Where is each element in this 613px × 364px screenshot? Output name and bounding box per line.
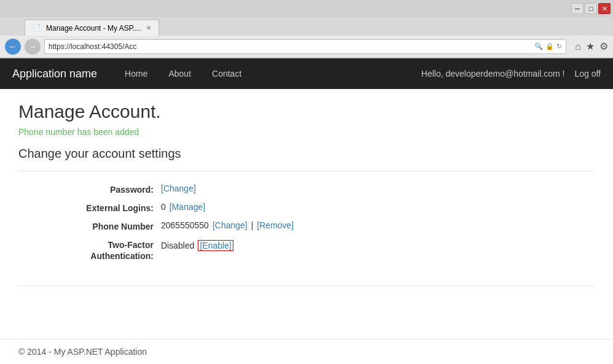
external-logins-row: External Logins: 0 [Manage] — [55, 202, 595, 213]
password-row: Password: [Change] — [55, 184, 595, 195]
address-icons: 🔍 🔒 ↻ — [534, 42, 562, 50]
two-factor-label: Two-Factor — [55, 239, 154, 250]
external-logins-label: External Logins: — [55, 202, 154, 213]
logoff-link[interactable]: Log off — [574, 69, 601, 79]
password-label: Password: — [55, 184, 154, 195]
nav-contact[interactable]: Contact — [203, 64, 251, 83]
settings-icon[interactable]: ⚙ — [599, 41, 608, 52]
app-brand[interactable]: Application name — [12, 68, 97, 80]
footer-text: © 2014 - My ASP.NET Application — [18, 347, 147, 357]
app-navbar: Application name Home About Contact Hell… — [0, 58, 613, 89]
authentication-label: Authentication: — [55, 250, 154, 261]
browser-tab[interactable]: 📄 Manage Account - My ASP.... ✕ — [25, 20, 159, 36]
phone-remove-link[interactable]: [Remove] — [257, 220, 294, 230]
page-footer: © 2014 - My ASP.NET Application — [0, 339, 613, 364]
page-content: Manage Account. Phone number has been ad… — [0, 89, 613, 311]
minimize-button[interactable]: ─ — [571, 3, 584, 14]
nav-right: Hello, developerdemo@hotmail.com ! Log o… — [421, 69, 601, 79]
tab-label: Manage Account - My ASP.... — [46, 24, 141, 33]
title-bar: ─ □ ✕ — [0, 0, 613, 17]
page-title: Manage Account. — [18, 101, 595, 122]
address-bar: ← → https://localhost:44305/Acc 🔍 🔒 ↻ ⌂ … — [0, 36, 613, 58]
toolbar-icons: ⌂ ★ ⚙ — [575, 41, 608, 52]
nav-links: Home About Contact — [115, 64, 421, 83]
password-change-link[interactable]: [Change] — [161, 184, 196, 193]
phone-number-text: 2065550550 — [161, 220, 209, 230]
two-factor-value: Disabled [Enable] — [161, 239, 233, 251]
close-button[interactable]: ✕ — [598, 3, 611, 14]
phone-number-row: Phone Number 2065550550 [Change] | [Remo… — [55, 220, 595, 231]
two-factor-status: Disabled — [161, 241, 194, 250]
tab-close-button[interactable]: ✕ — [146, 25, 151, 31]
external-logins-value: 0 [Manage] — [161, 202, 205, 212]
phone-change-link[interactable]: [Change] — [213, 220, 248, 230]
refresh-icon[interactable]: ↻ — [556, 42, 562, 50]
phone-number-value: 2065550550 [Change] | [Remove] — [161, 220, 294, 230]
search-icon: 🔍 — [534, 42, 543, 50]
tab-bar: 📄 Manage Account - My ASP.... ✕ — [0, 17, 613, 36]
user-greeting: Hello, developerdemo@hotmail.com ! — [421, 69, 565, 79]
lock-icon: 🔒 — [545, 42, 554, 50]
section-divider — [18, 171, 595, 171]
browser-chrome: ─ □ ✕ 📄 Manage Account - My ASP.... ✕ ← … — [0, 0, 613, 58]
nav-about[interactable]: About — [159, 64, 200, 83]
account-table: Password: [Change] External Logins: 0 [M… — [55, 184, 595, 261]
maximize-button[interactable]: □ — [585, 3, 597, 14]
external-logins-manage-link[interactable]: [Manage] — [170, 202, 205, 212]
address-input[interactable]: https://localhost:44305/Acc 🔍 🔒 ↻ — [44, 39, 566, 54]
two-factor-row: Two-Factor Authentication: Disabled [Ena… — [55, 239, 595, 261]
forward-button[interactable]: → — [25, 39, 41, 55]
back-button[interactable]: ← — [5, 39, 21, 55]
nav-home[interactable]: Home — [115, 64, 157, 83]
tab-icon: 📄 — [33, 24, 41, 32]
address-text: https://localhost:44305/Acc — [49, 42, 532, 51]
home-icon[interactable]: ⌂ — [575, 41, 581, 52]
phone-number-label: Phone Number — [55, 220, 154, 231]
external-logins-count: 0 — [161, 202, 166, 212]
footer-divider — [18, 285, 595, 286]
password-value: [Change] — [161, 184, 196, 193]
separator: | — [251, 220, 254, 230]
favorites-icon[interactable]: ★ — [586, 41, 595, 52]
success-message: Phone number has been added — [18, 127, 595, 137]
enable-link[interactable]: [Enable] — [198, 240, 233, 251]
section-title: Change your account settings — [18, 147, 595, 161]
